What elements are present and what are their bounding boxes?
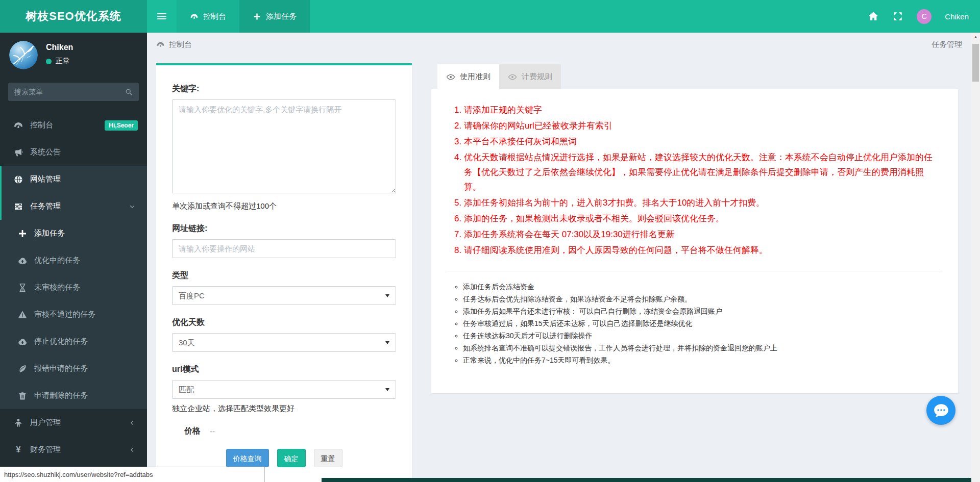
sidebar-item-label: 优化中的任务 [34, 256, 80, 265]
url-mode-label: url模式 [172, 364, 396, 375]
add-task-form: 关键字: 单次添加或查询不得超过100个 网址链接: 类型 百度PC 优化天数 … [156, 63, 412, 482]
header-username[interactable]: Chiken [945, 12, 969, 21]
sidebar-item-label: 报错申请的任务 [34, 364, 88, 373]
globe-icon [13, 174, 23, 185]
sidebar-item-finance-management[interactable]: ¥ 财务管理 [0, 436, 147, 463]
tab-billing-rules[interactable]: 计费规则 [499, 64, 561, 89]
cloud-upload-icon [17, 256, 28, 266]
rule-item: 请确保你的网站url已经被收录并有索引 [464, 118, 940, 133]
fullscreen-icon[interactable] [892, 11, 903, 22]
url-mode-select-value: 匹配 [179, 385, 194, 394]
trash-icon [17, 391, 28, 401]
type-select[interactable]: 百度PC [172, 286, 396, 305]
sidebar: Chiken 正常 控制台 Hi,Seoer 系统公告 [0, 33, 147, 482]
sidebar-item-dashboard[interactable]: 控制台 Hi,Seoer [0, 112, 147, 139]
chat-button[interactable] [926, 396, 955, 425]
sidebar-item-optimizing-tasks[interactable]: 优化中的任务 [0, 247, 147, 274]
eye-icon [446, 72, 455, 82]
url-input[interactable] [172, 239, 396, 258]
reset-button[interactable]: 重置 [314, 449, 342, 467]
price-query-button[interactable]: 价格查询 [226, 449, 269, 467]
sidebar-item-delete-request-tasks[interactable]: 申请删除的任务 [0, 382, 147, 409]
sidebar-toggle-button[interactable] [147, 0, 177, 33]
sidebar-item-rejected-tasks[interactable]: 审核不通过的任务 [0, 301, 147, 328]
url-mode-select[interactable]: 匹配 [172, 380, 396, 399]
rule-item: 本平台不承接任何灰词和黑词 [464, 134, 940, 149]
rule-item: 添加任务系统将会在每天 07:30以及19:30进行排名更新 [464, 227, 940, 242]
vertical-scrollbar: ▲ [971, 33, 980, 482]
days-select-value: 30天 [179, 338, 195, 347]
rule-item: 优化天数请根据站点情况进行选择，如果是新站，建议选择较大的优化天数。注意：本系统… [464, 150, 940, 194]
url-label: 网址链接: [172, 223, 396, 234]
menu-search-input[interactable] [14, 88, 125, 96]
sidebar-item-stopped-tasks[interactable]: 停止优化的任务 [0, 328, 147, 355]
usage-rules-content: 请添加正规的关键字 请确保你的网站url已经被收录并有索引 本平台不承接任何灰词… [431, 89, 958, 393]
plus-icon [253, 12, 261, 21]
sidebar-item-label: 用户管理 [30, 418, 61, 427]
sidebar-item-label: 审核不通过的任务 [34, 310, 95, 319]
keyword-textarea[interactable] [172, 99, 396, 193]
dashboard-icon [13, 120, 23, 131]
chevron-down-icon [129, 203, 136, 210]
confirm-button[interactable]: 确定 [277, 449, 306, 467]
tab-add-task[interactable]: 添加任务 [239, 0, 310, 33]
sidebar-avatar [9, 41, 38, 69]
plus-icon [17, 229, 28, 239]
sidebar-item-add-task[interactable]: 添加任务 [0, 220, 147, 247]
tab-dashboard[interactable]: 控制台 [177, 0, 239, 33]
sidebar-item-label: 任务管理 [30, 201, 61, 211]
keyword-help: 单次添加或查询不得超过100个 [172, 201, 396, 211]
price-label: 价格 [184, 426, 201, 437]
note-item: 如系统排名查询不准确可以提交错误报告，工作人员将会进行处理，并将扣除的资金退回您… [463, 342, 938, 354]
rule-item: 请仔细阅读系统使用准则，因个人原因导致的任何问题，平台将不做任何解释。 [464, 243, 940, 258]
user-icon [13, 418, 23, 428]
chat-bubble-icon [933, 402, 949, 419]
tasks-icon [13, 201, 23, 212]
status-dot [46, 59, 52, 64]
sidebar-item-error-report-tasks[interactable]: 报错申请的任务 [0, 355, 147, 382]
sidebar-item-label: 控制台 [30, 120, 53, 130]
usage-rules-list: 请添加正规的关键字 请确保你的网站url已经被收录并有索引 本平台不承接任何灰词… [431, 89, 958, 258]
chevron-left-icon [129, 419, 136, 426]
tab-billing-rules-label: 计费规则 [522, 72, 552, 82]
tab-usage-rules[interactable]: 使用准则 [437, 64, 499, 89]
sidebar-item-websites[interactable]: 网站管理 [0, 166, 147, 193]
bullhorn-icon [13, 147, 23, 158]
sidebar-item-label: 系统公告 [30, 147, 61, 157]
rule-item: 请添加正规的关键字 [464, 103, 940, 117]
days-label: 优化天数 [172, 317, 396, 328]
tab-add-task-label: 添加任务 [266, 12, 297, 21]
days-select[interactable]: 30天 [172, 333, 396, 352]
dashboard-icon [190, 12, 199, 21]
tab-usage-rules-label: 使用准则 [460, 72, 491, 82]
status-label: 正常 [56, 57, 70, 66]
app-logo: 树枝SEO优化系统 [0, 0, 147, 33]
warning-icon [17, 310, 28, 320]
form-buttons: 价格查询 确定 重置 [172, 449, 396, 467]
breadcrumb-section: 任务管理 [932, 40, 962, 49]
breadcrumb-current[interactable]: 控制台 [169, 40, 192, 49]
sidebar-username: Chiken [46, 43, 73, 52]
type-label: 类型 [172, 270, 396, 281]
menu-search-box [8, 83, 139, 101]
bottom-edge-strip [322, 478, 971, 482]
status-url: https://seo.shuzhikj.com/user/website?re… [4, 471, 153, 478]
scrollbar-thumb[interactable] [972, 44, 979, 82]
header-right-cluster: C Chiken [868, 0, 969, 33]
sidebar-item-tasks[interactable]: 任务管理 [0, 193, 147, 220]
sidebar-item-label: 添加任务 [34, 229, 65, 238]
sidebar-item-unreviewed-tasks[interactable]: 未审核的任务 [0, 274, 147, 301]
home-icon[interactable] [868, 11, 879, 22]
rules-divider [447, 271, 943, 271]
note-item: 添加任务后会冻结资金 [463, 281, 938, 293]
tab-dashboard-label: 控制台 [203, 12, 226, 21]
sidebar-item-label: 申请删除的任务 [34, 391, 88, 400]
sidebar-item-user-management[interactable]: 用户管理 [0, 409, 147, 436]
sidebar-item-announcements[interactable]: 系统公告 [0, 139, 147, 166]
user-avatar[interactable]: C [917, 9, 932, 24]
search-icon [125, 88, 133, 96]
rule-item: 添加任务初始排名为前十的，进入前3才扣费。排名大于10的进入前十才扣费。 [464, 195, 940, 210]
scrollbar-up-arrow[interactable]: ▲ [971, 33, 980, 41]
keyword-label: 关键字: [172, 84, 396, 94]
yen-icon: ¥ [13, 445, 23, 455]
